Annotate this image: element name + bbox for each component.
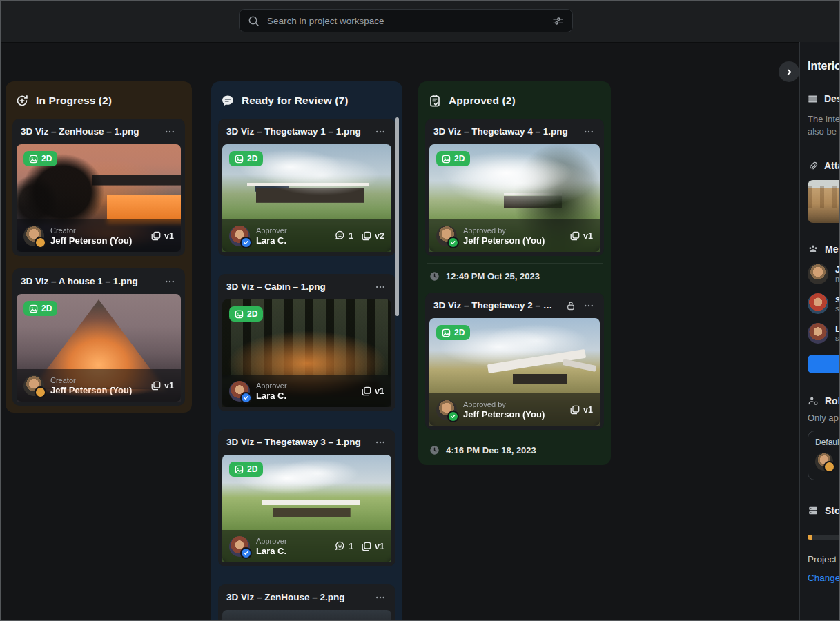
members-icon [808,244,819,255]
card-title: 3D Viz – Cabin – 1.png [226,282,368,292]
collapse-sidebar-button[interactable] [779,61,799,82]
version-chip[interactable]: v1 [361,386,384,397]
members-action-button[interactable] [808,355,840,373]
card-title: 3D Viz – A house 1 – 1.png [21,276,157,286]
card-footer: Approved byJeff Peterson (You)v1 [429,219,600,252]
avatar-status-badge [240,237,252,248]
change-plan-link[interactable]: Change [808,573,840,583]
members-section-heading: Mem [808,244,840,255]
card-menu-button[interactable] [373,435,387,449]
column-title: Ready for Review (7) [242,95,348,107]
asset-card[interactable]: 3D Viz – A house 1 – 1.png2DCreatorJeff … [12,268,185,406]
assignee-name: Lara C. [256,546,287,556]
column-body: 3D Viz – Thegetaway 1 – 1.png2DApproverL… [218,119,395,621]
card-titlebar: 3D Viz – Thegetaway 2 – … [425,293,604,318]
attachment-thumbnail[interactable] [808,180,840,223]
person-gear-icon [808,395,819,406]
card-meta: v1 [150,380,174,391]
clock-icon [429,445,440,455]
progress-circle-icon [15,94,29,108]
version-value: v1 [164,231,174,241]
asset-card[interactable]: 3D Viz – Thegetaway 1 – 1.png2DApproverL… [218,119,395,256]
column-body: 3D Viz – Thegetaway 4 – 1.png2DApproved … [425,119,604,457]
card-image[interactable]: 2DApproved byJeff Peterson (You)v1 [429,144,600,252]
asset-type-label: 2D [247,464,257,474]
image-icon [29,155,38,164]
asset-type-label: 2D [454,328,465,337]
version-chip[interactable]: v2 [361,230,384,241]
card-menu-button[interactable] [163,275,177,288]
avatar-status-badge [823,461,835,473]
assignee-name: Jeff Peterson (You) [463,235,545,246]
assignee-name: Jeff Peterson (You) [50,235,132,246]
storage-section-heading: Sto [808,505,840,516]
asset-type-label: 2D [41,154,52,164]
card-image[interactable]: 2DApproverLara C.1v2 [222,144,391,252]
column-header: Approved (2) [425,88,604,119]
member-row[interactable]: Ls [808,323,840,344]
description-section-heading: Des [808,93,840,104]
asset-card[interactable]: 3D Viz – Cabin – 1.png2DApproverLara C.v… [218,274,395,411]
version-chip[interactable]: v1 [150,380,174,391]
role-label: Approver [256,537,287,545]
card-image[interactable] [222,610,391,621]
member-row[interactable]: Jm [808,264,840,284]
avatar-status-badge [240,547,252,559]
card-image[interactable]: 2DApproverLara C.v1 [222,299,391,407]
filter-sliders-icon[interactable] [552,15,564,27]
card-titlebar: 3D Viz – A house 1 – 1.png [12,268,185,294]
card-menu-button[interactable] [373,280,387,294]
card-image[interactable]: 2DApproved byJeff Peterson (You)v1 [429,318,600,426]
asset-type-badge: 2D [23,301,57,316]
member-avatar [808,264,828,284]
search-input[interactable] [266,15,546,27]
comment-count[interactable]: 1 [334,540,353,552]
comment-count-icon [334,230,346,241]
assignee-labels: Approved byJeff Peterson (You) [463,400,545,420]
search-box[interactable] [239,9,573,32]
version-value: v2 [375,231,384,241]
default-role-dropdown[interactable]: Defaul [808,431,840,480]
column-in-progress: In Progress (2)3D Viz – ZenHouse – 1.png… [6,81,192,413]
asset-card[interactable]: 3D Viz – Thegetaway 3 – 1.png2DApproverL… [218,429,395,566]
asset-card[interactable]: 3D Viz – ZenHouse – 2.png [218,584,395,621]
assignee-avatar [436,400,457,420]
version-chip[interactable]: v1 [150,230,174,241]
roles-note: Only ap [808,413,840,423]
version-chip[interactable]: v1 [361,541,384,552]
assignee-avatar [229,381,250,402]
column-scrollbar-thumb[interactable] [395,117,399,316]
paperclip-icon [808,161,818,171]
card-menu-button[interactable] [373,125,387,139]
card-footer: ApproverLara C.1v1 [222,530,391,562]
asset-card[interactable]: 3D Viz – Thegetaway 2 – …2DApproved byJe… [425,293,604,430]
member-row[interactable]: ss [808,293,840,314]
card-footer: CreatorJeff Peterson (You)v1 [17,219,181,252]
assignee-avatar [23,375,44,396]
role-label: Approved by [463,400,545,408]
card-titlebar: 3D Viz – Thegetaway 3 – 1.png [218,429,395,455]
card-meta: v1 [569,404,593,415]
card-footer: CreatorJeff Peterson (You)v1 [17,369,181,402]
card-menu-button[interactable] [163,125,177,139]
asset-type-label: 2D [247,309,257,319]
column-body: 3D Viz – ZenHouse – 1.png2DCreatorJeff P… [12,119,185,406]
version-chip[interactable]: v1 [569,230,593,241]
asset-card[interactable]: 3D Viz – Thegetaway 4 – 1.png2DApproved … [425,119,604,256]
card-image[interactable]: 2DCreatorJeff Peterson (You)v1 [17,294,181,402]
versions-icon [361,386,372,397]
card-menu-button[interactable] [582,125,596,139]
card-menu-button[interactable] [373,591,387,604]
comment-count-icon [334,540,346,552]
column-title: Approved (2) [449,95,516,107]
storage-heading-label: Sto [825,505,840,516]
card-image[interactable]: 2DCreatorJeff Peterson (You)v1 [17,144,181,252]
assignee-name: Lara C. [256,391,287,401]
comment-count[interactable]: 1 [334,230,353,241]
role-label: Approver [256,382,287,390]
assignee-labels: ApproverLara C. [256,226,287,246]
version-chip[interactable]: v1 [569,404,593,415]
asset-card[interactable]: 3D Viz – ZenHouse – 1.png2DCreatorJeff P… [12,119,185,256]
card-image[interactable]: 2DApproverLara C.1v1 [222,455,391,562]
card-menu-button[interactable] [582,299,596,313]
